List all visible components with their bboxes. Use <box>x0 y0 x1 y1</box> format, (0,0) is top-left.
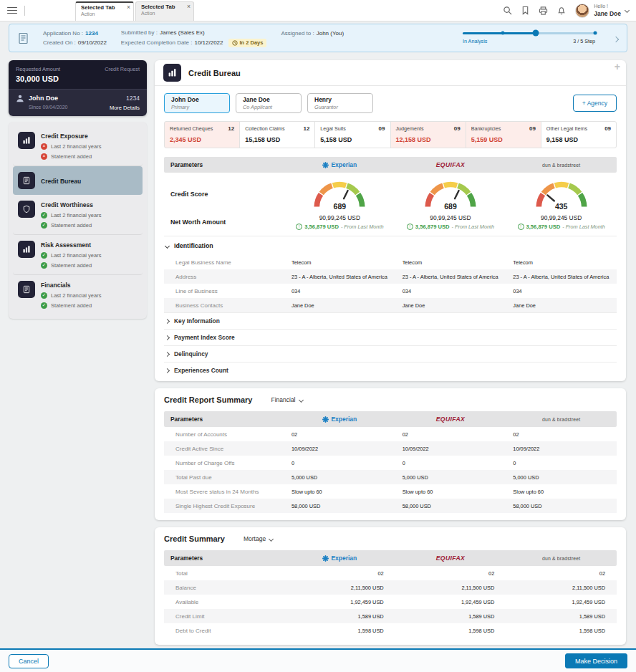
application-no[interactable]: 1234 <box>85 30 98 37</box>
more-details-link[interactable]: More Details <box>110 105 140 111</box>
row-value: 1,598 USD <box>395 628 506 634</box>
row-label: Address <box>164 274 284 280</box>
row-value: 2,11,500 USD <box>395 585 506 591</box>
row-label: Available <box>164 599 284 605</box>
delta-amount: 3,56,879 USD <box>304 224 339 230</box>
summary-tile-other-legal-items: Other Legal Items099,158 USD <box>541 121 617 148</box>
row-available: Available1,92,459 USD1,92,459 USD1,92,45… <box>164 595 617 609</box>
avatar[interactable] <box>575 4 589 18</box>
menu-icon[interactable] <box>7 7 17 14</box>
experian-text: Experian <box>331 555 357 562</box>
chevron-right-icon <box>165 368 170 373</box>
row-value: 58,000 USD <box>395 503 506 509</box>
section-key-information[interactable]: Key Information <box>164 312 617 329</box>
delta-suffix: - From Last Month <box>562 224 605 230</box>
sidebar-item-financials[interactable]: Financials✓Last 2 financial years✓Statem… <box>13 275 143 315</box>
step-counter: 3 / 5 Step <box>573 38 595 44</box>
row-value: 1,92,459 USD <box>395 599 506 605</box>
gauge: 689 <box>416 176 485 213</box>
section-experiences-count[interactable]: Experiences Count <box>164 362 617 378</box>
tile-count: 09 <box>379 125 385 132</box>
status-text: Last 2 financial years <box>51 212 101 219</box>
assignment-info: Assigned to :John (You) <box>281 30 344 37</box>
collapsed-sections: Key InformationPayment Index ScoreDelinq… <box>164 312 617 378</box>
tab-2[interactable]: Selected TabAction× <box>135 1 194 21</box>
experian-text: Experian <box>331 161 357 168</box>
assigned-to-value: John (You) <box>317 30 344 37</box>
summary-filter-dropdown[interactable]: Mortage <box>244 535 273 542</box>
credit-score-gauge: 689 <box>395 176 506 213</box>
row-total: Total020202 <box>164 566 617 580</box>
row-value: 23 - A - Alberta, United States of Ameri… <box>395 274 506 280</box>
row-label: Line of Business <box>164 288 284 294</box>
filter-value: Financial <box>271 396 295 403</box>
row-value: Jane Doe <box>284 302 395 309</box>
tab-1[interactable]: Selected TabAction× <box>75 1 134 21</box>
document-icon <box>18 32 29 44</box>
section-identification[interactable]: Identification <box>164 236 617 255</box>
user-name: Jane Doe <box>594 10 621 18</box>
tab-close-icon[interactable]: × <box>187 4 191 10</box>
sidebar-item-content: Financials✓Last 2 financial years✓Statem… <box>41 281 101 309</box>
sidebar-item-risk-assessment[interactable]: Risk Assessment✓Last 2 financial years✓S… <box>13 235 143 275</box>
person-chips: John DoePrimaryJane DoeCo ApplicantHenry… <box>164 93 373 113</box>
person-chip-jane-doe[interactable]: Jane DoeCo Applicant <box>236 93 302 113</box>
row-value: 02 <box>506 570 617 577</box>
equifax-logo: EQUIFAX <box>436 416 466 423</box>
bookmark-icon[interactable] <box>521 6 529 15</box>
add-agency-button[interactable]: + Agency <box>573 95 617 112</box>
status-row: ✓Statement added <box>41 222 101 229</box>
chevron-down-icon[interactable] <box>625 8 630 13</box>
section-payment-index-score[interactable]: Payment Index Score <box>164 329 617 345</box>
tab-close-icon[interactable]: × <box>127 4 130 11</box>
status-text: Statement added <box>51 262 92 269</box>
action-footer: Cancel Make Decision <box>0 648 636 672</box>
sidebar-item-content: Credit Exposure×Last 2 financial years×S… <box>41 132 101 160</box>
agency-column-header: EQUIFAX <box>395 416 506 423</box>
move-handle-icon[interactable]: + <box>615 61 620 72</box>
tab-title: Selected Tab <box>81 4 123 11</box>
progress-current-dot <box>532 30 539 37</box>
tile-header: Bankruptcies09 <box>471 125 536 132</box>
make-decision-button[interactable]: Make Decision <box>565 653 627 668</box>
tile-label: Returned Cheques <box>170 125 213 132</box>
check-icon: ✓ <box>41 222 47 229</box>
summary-tile-bankruptcies: Bankruptcies095,159 USD <box>466 121 541 148</box>
sidebar-item-credit-worthiness[interactable]: Credit Worthiness✓Last 2 financial years… <box>13 195 143 235</box>
row-value: 02 <box>506 431 617 438</box>
status-row: ✓Last 2 financial years <box>41 252 101 259</box>
section-delinquincy[interactable]: Delinquincy <box>164 345 617 362</box>
cancel-button[interactable]: Cancel <box>9 654 49 668</box>
expand-chevron-icon[interactable] <box>614 32 618 44</box>
sidebar-item-credit-exposure[interactable]: Credit Exposure×Last 2 financial years×S… <box>13 126 143 166</box>
status-text: Statement added <box>51 302 92 309</box>
user-menu[interactable]: Hello ! Jane Doe <box>575 4 629 18</box>
row-label: Total Past due <box>164 474 284 481</box>
tile-header: Legal Suits09 <box>320 125 385 132</box>
person-chip-henry[interactable]: HenryGuarantor <box>307 93 373 113</box>
bell-icon[interactable] <box>557 6 566 15</box>
doc-icon <box>18 281 35 298</box>
row-value: 23 - A - Alberta, United States of Ameri… <box>506 274 617 280</box>
person-chip-john-doe[interactable]: John DoePrimary <box>164 93 230 113</box>
row-value: 034 <box>284 288 395 294</box>
tab-subtitle: Action <box>141 11 183 16</box>
print-icon[interactable] <box>539 6 548 15</box>
status-row: ×Statement added <box>41 153 101 160</box>
row-value: 58,000 USD <box>506 503 617 509</box>
person-name: Henry <box>314 96 366 103</box>
chevron-down-icon <box>269 536 274 541</box>
search-icon[interactable] <box>503 6 512 15</box>
status-text: Last 2 financial years <box>51 143 101 150</box>
customer-id: 1234 <box>126 95 140 102</box>
credit-summary-table: Total020202Balance2,11,500 USD2,11,500 U… <box>164 566 617 638</box>
report-filter-dropdown[interactable]: Financial <box>271 396 302 403</box>
agency-column-header: Experian <box>284 555 395 562</box>
section-label: Delinquincy <box>174 350 208 357</box>
check-icon: ✓ <box>41 212 47 219</box>
sidebar-item-label: Credit Exposure <box>41 132 101 140</box>
gauge: 689 <box>305 176 374 213</box>
dnb-logo: dun & bradstreet <box>542 163 580 168</box>
row-value: 23 - A - Alberta, United States of Ameri… <box>284 274 395 280</box>
sidebar-item-credit-bureau[interactable]: Credit Bureau <box>13 166 143 195</box>
